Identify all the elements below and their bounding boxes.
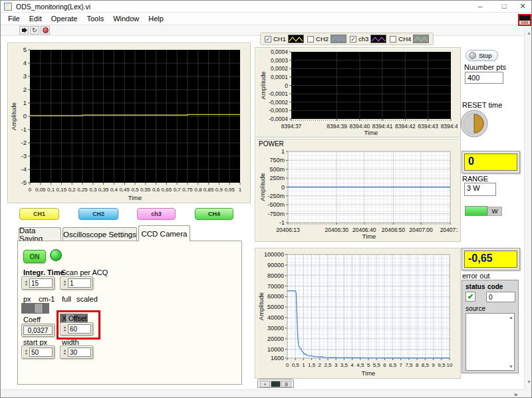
coeff-value: 0,0327 <box>23 326 53 335</box>
scrollbar-right-icon[interactable]: ▶ <box>515 392 518 397</box>
abort-button[interactable] <box>41 26 50 35</box>
ch1-button[interactable]: CH1 <box>19 208 59 220</box>
maximize-button[interactable]: □ <box>494 1 514 13</box>
svg-text:-500m: -500m <box>267 201 285 208</box>
svg-text:-0,0001: -0,0001 <box>269 90 288 97</box>
tab-ccd-camera[interactable]: CCD Camera <box>138 225 190 241</box>
svg-text:30000: 30000 <box>267 325 284 332</box>
svg-text:-1: -1 <box>279 219 285 226</box>
legend-label: CH4 <box>398 35 411 43</box>
legend-entry-ch1: ✓ CH1 <box>265 35 304 43</box>
on-button[interactable]: ON <box>23 250 46 263</box>
svg-text:20406:30: 20406:30 <box>325 227 348 233</box>
svg-text:0: 0 <box>281 184 285 191</box>
minimize-button[interactable]: – <box>470 1 490 13</box>
code-input[interactable] <box>486 292 515 302</box>
horizontal-scrollbar[interactable]: ▶ <box>1 389 524 398</box>
error-out-label: error out <box>462 272 490 280</box>
svg-text:6,5: 6,5 <box>389 362 397 368</box>
svg-text:5: 5 <box>367 362 370 368</box>
menu-edit[interactable]: Edit <box>25 15 47 23</box>
svg-text:50000: 50000 <box>267 304 284 310</box>
number-pts-input[interactable] <box>465 72 503 84</box>
svg-text:8394:40: 8394:40 <box>350 123 370 130</box>
svg-text:2: 2 <box>23 86 27 93</box>
legend-entry-ch4: CH4 <box>390 35 429 43</box>
menu-operate[interactable]: Operate <box>47 15 82 23</box>
scaled-label: scaled <box>76 295 98 303</box>
vertical-scrollbar[interactable]: ▲ ▼ <box>524 29 532 389</box>
spinner-arrows-icon[interactable]: ▲▼ <box>23 278 29 288</box>
scroll-up-icon[interactable]: ▲ <box>509 315 513 320</box>
menu-window[interactable]: Window <box>108 15 144 23</box>
run-continuous-button[interactable]: ↻ <box>30 26 39 35</box>
close-button[interactable]: ✕ <box>513 1 532 13</box>
spinner-arrows-icon[interactable]: ▲▼ <box>23 348 29 357</box>
switch-handle[interactable] <box>34 303 43 314</box>
pan-tool-icon[interactable]: ☰ <box>281 381 291 387</box>
scan-per-acq-spinner: ▲▼ <box>60 276 93 290</box>
ch1-line-sample[interactable] <box>288 35 304 43</box>
quad-scope-chart: 8394:378394:398394:408394:418394:428394:… <box>257 49 458 138</box>
run-continuous-icon: ↻ <box>32 27 37 34</box>
full-label: full <box>62 295 71 303</box>
ch2-checkbox[interactable] <box>307 36 314 43</box>
spinner-arrows-icon[interactable]: ▲▼ <box>62 278 68 288</box>
svg-text:60000: 60000 <box>267 293 284 300</box>
reset-time-knob[interactable] <box>460 109 489 140</box>
zoom-tool-icon[interactable] <box>271 381 281 387</box>
integr-time-input[interactable] <box>29 278 53 288</box>
svg-text:8394:43: 8394:43 <box>418 123 438 130</box>
ch2-button[interactable]: CH2 <box>78 208 118 220</box>
scroll-down-icon[interactable]: ▼ <box>509 364 513 369</box>
svg-text:0,1: 0,1 <box>47 187 55 193</box>
svg-text:1,5: 1,5 <box>308 362 316 368</box>
svg-text:250m: 250m <box>269 175 285 181</box>
ch4-checkbox[interactable] <box>390 36 396 43</box>
svg-text:0,55: 0,55 <box>140 187 151 193</box>
start-px-spinner: ▲▼ <box>21 346 55 359</box>
svg-text:5: 5 <box>23 46 27 53</box>
range-select[interactable]: 3 W <box>464 183 496 196</box>
svg-text:0,0002: 0,0002 <box>271 65 288 72</box>
tab-oscilloscope-settings[interactable]: Oscilloscope Settings <box>63 227 137 241</box>
resize-grip[interactable] <box>524 389 532 398</box>
svg-text:1: 1 <box>23 99 27 106</box>
svg-text:-0,0002: -0,0002 <box>269 99 288 106</box>
menu-file[interactable]: File <box>3 15 25 23</box>
ch3-line-sample[interactable] <box>370 35 386 43</box>
run-button[interactable] <box>19 26 29 35</box>
ch2-line-sample[interactable] <box>331 35 346 43</box>
stop-button[interactable]: Stop <box>466 50 498 61</box>
cursor-tool-icon[interactable]: + <box>260 381 270 387</box>
ch3-checkbox[interactable]: ✓ <box>350 36 356 43</box>
coeff-indicator: 0,0327 <box>21 324 55 337</box>
svg-text:3: 3 <box>23 72 27 80</box>
scrollbar-up-icon[interactable]: ▲ <box>527 31 531 35</box>
start-px-input[interactable] <box>29 348 53 357</box>
menu-help[interactable]: Help <box>144 15 168 23</box>
px-cm1-switch[interactable] <box>21 303 49 314</box>
ccd-camera-tab-body: ON Integr. Time ▲▼ Scan per ACQ ▲▼ px cm… <box>17 241 242 385</box>
run-icon <box>21 27 28 34</box>
source-textarea[interactable]: ▲ ▼ <box>466 313 515 371</box>
svg-text:9: 9 <box>432 362 435 368</box>
vi-icon-thumbnail: ODS <box>518 14 531 26</box>
spinner-arrows-icon[interactable]: ▲▼ <box>62 348 68 357</box>
ch4-line-sample[interactable] <box>413 35 429 43</box>
scrollbar-down-icon[interactable]: ▼ <box>527 379 531 384</box>
menu-tools[interactable]: Tools <box>82 15 108 23</box>
graph-palette[interactable]: + ☰ <box>257 379 294 388</box>
code-label: code <box>487 283 503 290</box>
tab-data-saving[interactable]: Data Saving <box>19 227 61 241</box>
ch4-button[interactable]: CH4 <box>195 208 233 220</box>
ch1-checkbox[interactable]: ✓ <box>265 36 271 43</box>
svg-text:8394:42: 8394:42 <box>395 123 416 130</box>
width-input[interactable] <box>68 348 91 357</box>
scan-per-acq-input[interactable] <box>68 278 91 288</box>
ch3-button[interactable]: ch3 <box>137 208 176 220</box>
svg-text:0,7: 0,7 <box>174 187 182 193</box>
svg-text:Amplitude: Amplitude <box>259 71 267 99</box>
svg-text:8394:41: 8394:41 <box>372 123 393 130</box>
vi-icon <box>4 3 12 11</box>
